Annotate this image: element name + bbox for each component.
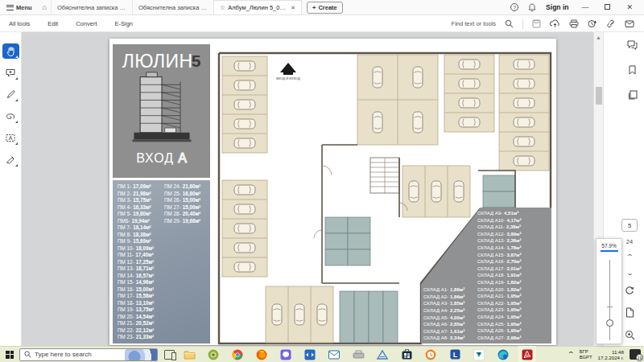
ramp-label: ВХОД И ИЗХОД [276,76,300,80]
zoom-slider-track[interactable] [609,260,610,340]
bookmarks-panel-icon[interactable] [628,64,637,78]
rotate-page-icon[interactable] [625,284,634,298]
parking-list-item: ПМ 4-16,33м² [118,204,164,212]
stamp-tool-button[interactable] [2,152,19,167]
start-button[interactable] [0,347,19,362]
scroll-up-arrow[interactable]: ▲ [596,35,601,40]
storage-list-item: СКЛАД А20-1,82м² [477,286,548,294]
menu-convert[interactable]: Convert [67,20,105,27]
help-icon[interactable]: ? [510,3,518,11]
close-window-button[interactable]: ✕ [623,3,636,11]
close-tab-icon[interactable]: ✕ [289,5,295,11]
taskbar-app-ms-store[interactable] [400,348,413,361]
tab-document-3-active[interactable]: ☆ Албум_Люлин 5_05.10... ✕ [213,0,302,14]
storage-list-item: СКЛАД А26-1,95м² [477,327,548,335]
taskbar-app-clock[interactable] [424,348,437,361]
stall-group-top-right [444,55,549,171]
parking-list-item: ПМ 24-21,60м² [164,183,210,191]
text-box-tool-button[interactable]: A [2,130,19,146]
add-comment-tool-button[interactable] [2,65,19,80]
language-indicator[interactable]: БГР BGPT [580,349,592,360]
request-signature-icon[interactable] [588,19,597,28]
draw-tool-button[interactable] [2,87,19,102]
parking-list-col1: ПМ 1-17,09м² ПМ 2-21,98м² ПМ 3-15,75м² [118,183,164,341]
taskbar-app-viber[interactable] [279,348,292,361]
task-view-button[interactable] [164,350,175,360]
taskbar-app-mail[interactable] [328,348,341,361]
zoom-in-icon[interactable] [625,329,635,343]
storage-list-item: СКЛАД А12-3,89м² [477,231,548,238]
menu-button[interactable]: Menu [0,0,39,14]
home-icon[interactable]: ⌂ [39,3,51,11]
search-icon[interactable] [505,19,514,28]
action-center-icon[interactable]: 19 [630,349,641,360]
menu-label: Menu [16,4,32,11]
taskbar-app-fax[interactable] [352,348,365,361]
project-title: ЛЮЛИН [122,52,193,71]
project-number: 5 [192,52,201,69]
print-icon[interactable] [569,19,579,28]
storage-list-item: СКЛАД А19-1,82м² [477,279,548,286]
sign-in-button[interactable]: Sign in [546,3,568,11]
email-icon[interactable] [625,19,634,28]
taskbar-app-edge[interactable] [497,348,510,361]
hand-tool-button[interactable] [2,43,19,59]
parking-list-item: ПМ 23-21,33м² [118,334,164,341]
menu-esign[interactable]: E-Sign [105,20,142,27]
page-thumbnails-panel-icon[interactable] [628,88,638,103]
storage-list-item: СКЛАД А21-1,95м² [477,293,548,300]
next-page-button[interactable]: ⌃ [625,269,633,276]
tray-show-hidden-icons[interactable]: ⌃ [567,351,575,358]
previous-page-button[interactable]: ⌃ [625,253,633,261]
taskbar-app-autocad[interactable] [376,348,389,361]
taskbar-app-firefox[interactable] [255,348,268,361]
search-highlight-art[interactable] [125,349,157,361]
parking-list-item: ПМ 14-16,57м² [118,273,164,280]
lasso-tool-button[interactable] [2,109,19,124]
taskbar-app-lightshot[interactable]: L [448,348,461,361]
storage-list-item: СКЛАД А15-3,87м² [477,252,548,259]
star-icon[interactable]: ☆ [220,4,225,11]
taskbar-app-kompas[interactable] [207,348,220,361]
taskbar-app-file-explorer[interactable] [183,348,196,361]
parking-list-item: ПМ 27-15,00м² [164,204,210,212]
windows-logo-icon [6,351,14,359]
maximize-button[interactable] [601,3,613,11]
find-text-label[interactable]: Find text or tools [452,20,496,27]
storage-list-item: СКЛАД А22-1,95м² [477,300,548,307]
tray-clock[interactable]: 11:48 17.2.2024 г. [598,349,624,360]
taskbar-app-acrobat[interactable] [521,348,534,361]
tab-document-2[interactable]: Обяснителна записка + заверк... [132,0,213,14]
storage-list-col1: СКЛАД А1-1,86м² СКЛАД А2-1,86м² СКЛАД А3… [423,286,478,342]
taskbar-app-camtasia[interactable] [473,348,485,361]
pdf-page: ЛЮЛИН 5 [109,39,556,345]
menu-edit[interactable]: Edit [39,20,67,27]
taskbar-app-chrome[interactable] [231,348,244,361]
cloud-upload-icon[interactable] [550,19,560,28]
taskbar-app-teamviewer[interactable] [303,348,316,361]
share-link-icon[interactable] [606,19,616,28]
storage-cells-middle-cluster [325,217,370,265]
titlebar: Menu ⌂ Обяснителна записка WC7225_... Об… [0,0,644,15]
tab-document-1[interactable]: Обяснителна записка WC7225_... [51,0,132,14]
taskbar-search-input[interactable]: Type here to search [19,348,158,361]
menu-all-tools[interactable]: All tools [0,20,39,27]
ramp-entrance-symbol: ВХОД И ИЗХОД [276,63,300,80]
minimize-button[interactable]: — [578,3,592,11]
zoom-percentage[interactable]: 57.9% [597,243,621,249]
comments-panel-icon[interactable] [627,39,638,53]
save-icon[interactable] [532,19,541,28]
search-icon [24,351,31,358]
stall-group-left-lower [222,180,267,277]
parking-list-item: ПМ 19-13,75м² [118,306,164,314]
hamburger-icon [6,5,14,10]
tab-label: Обяснителна записка + заверк... [138,4,208,11]
building-elevation-sketch [130,71,193,148]
document-viewport[interactable]: ЛЮЛИН 5 [22,32,593,346]
notifications-bell-icon[interactable] [528,3,536,12]
scrollbar-thumb[interactable] [596,87,602,105]
current-page-input[interactable]: 5 [621,219,638,232]
zoom-slider-handle[interactable] [606,319,613,327]
extract-page-icon[interactable] [625,306,634,321]
create-button[interactable]: + Create [307,2,343,14]
